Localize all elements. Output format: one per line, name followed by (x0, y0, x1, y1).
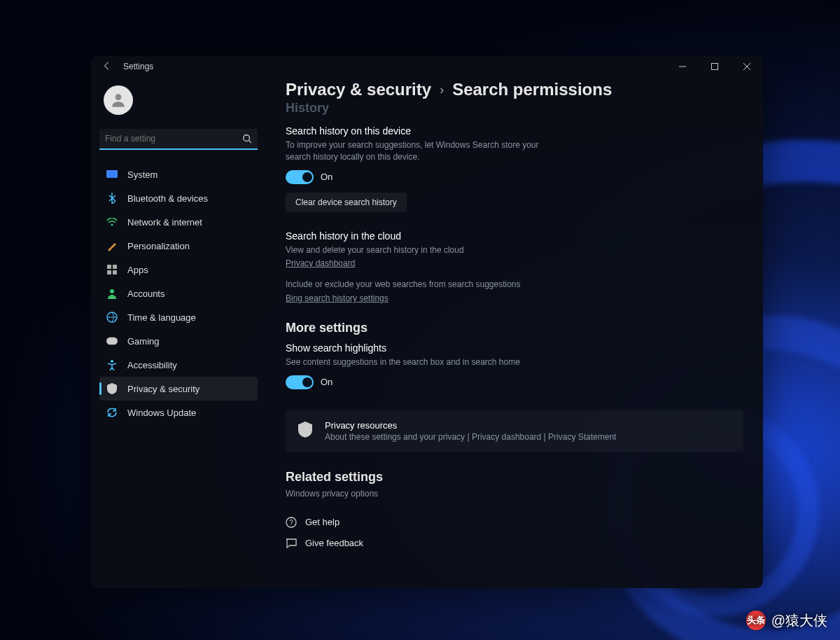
close-button[interactable] (731, 56, 763, 77)
content-area: Privacy & security › Search permissions … (266, 77, 763, 588)
sidebar-item-label: System (127, 169, 158, 180)
sidebar-item-privacy-security[interactable]: Privacy & security (99, 377, 258, 401)
sidebar-item-accounts[interactable]: Accounts (99, 281, 258, 305)
maximize-button[interactable] (699, 56, 731, 77)
avatar[interactable] (104, 85, 133, 115)
sidebar-item-bluetooth[interactable]: Bluetooth & devices (99, 186, 258, 210)
svg-point-2 (115, 94, 122, 100)
breadcrumb: Privacy & security › Search permissions (286, 80, 743, 99)
history-device-toggle[interactable] (286, 170, 314, 184)
sidebar-item-system[interactable]: System (99, 162, 258, 186)
breadcrumb-parent[interactable]: Privacy & security (286, 80, 431, 99)
history-device-title: Search history on this device (286, 125, 743, 137)
sidebar-item-label: Gaming (127, 336, 160, 347)
highlights-toggle-label: On (321, 377, 332, 387)
search-input[interactable] (105, 134, 242, 144)
history-device-toggle-label: On (321, 172, 332, 182)
sidebar-item-label: Network & internet (127, 217, 202, 228)
sidebar-item-time-language[interactable]: Time & language (99, 305, 258, 329)
svg-rect-8 (113, 265, 117, 269)
sidebar-item-apps[interactable]: Apps (99, 258, 258, 281)
settings-window: Settings System (91, 56, 763, 588)
svg-rect-9 (107, 270, 111, 274)
highlights-title: Show search highlights (286, 342, 743, 354)
clear-history-button[interactable]: Clear device search history (286, 193, 407, 212)
sidebar-item-label: Privacy & security (127, 384, 200, 394)
chevron-right-icon: › (440, 83, 444, 97)
sidebar: System Bluetooth & devices Network & int… (91, 77, 266, 588)
windows-privacy-options-link[interactable]: Windows privacy options (286, 489, 743, 499)
sidebar-item-gaming[interactable]: Gaming (99, 329, 258, 353)
back-icon[interactable] (102, 61, 112, 73)
sidebar-nav: System Bluetooth & devices Network & int… (99, 162, 258, 424)
personalization-icon (106, 240, 118, 251)
privacy-dashboard-link[interactable]: Privacy dashboard (286, 258, 355, 268)
svg-rect-1 (712, 64, 718, 70)
sidebar-item-label: Personalization (127, 241, 190, 251)
window-title: Settings (123, 62, 153, 71)
svg-point-3 (244, 135, 250, 141)
privacy-resources-title: Privacy resources (325, 420, 616, 431)
history-cloud-desc2: Include or exclude your web searches fro… (286, 279, 566, 291)
watermark-logo: 头条 (746, 611, 766, 630)
svg-point-11 (110, 289, 114, 293)
accessibility-icon (106, 359, 118, 370)
watermark: 头条 @猿大侠 (746, 611, 827, 630)
svg-point-14 (111, 360, 113, 363)
feedback-icon (286, 538, 297, 549)
sidebar-item-label: Apps (127, 265, 148, 275)
windows-update-icon (106, 407, 118, 418)
sidebar-item-label: Accessibility (127, 360, 177, 370)
svg-rect-10 (113, 270, 117, 274)
related-heading: Related settings (286, 470, 743, 485)
svg-point-6 (111, 224, 113, 226)
minimize-button[interactable] (666, 56, 699, 77)
get-help-link[interactable]: ? Get help (286, 517, 743, 528)
highlights-toggle[interactable] (286, 375, 314, 389)
titlebar: Settings (91, 56, 763, 77)
highlights-desc: See content suggestions in the search bo… (286, 356, 566, 368)
bing-history-link[interactable]: Bing search history settings (286, 293, 388, 303)
gaming-icon (106, 335, 118, 347)
privacy-security-icon (106, 383, 118, 394)
sidebar-item-label: Bluetooth & devices (127, 193, 208, 204)
system-icon (106, 169, 118, 180)
svg-line-4 (249, 141, 252, 144)
network-icon (106, 216, 118, 228)
sidebar-item-accessibility[interactable]: Accessibility (99, 353, 258, 377)
privacy-resources-subtitle: About these settings and your privacy | … (325, 432, 616, 442)
sidebar-item-personalization[interactable]: Personalization (99, 234, 258, 258)
sidebar-item-label: Accounts (127, 288, 164, 299)
privacy-resources-card[interactable]: Privacy resources About these settings a… (286, 410, 743, 452)
help-icon: ? (286, 517, 297, 528)
sidebar-item-label: Time & language (127, 312, 196, 323)
history-cloud-desc: View and delete your search history in t… (286, 244, 566, 256)
sidebar-item-windows-update[interactable]: Windows Update (99, 401, 258, 424)
svg-rect-5 (106, 170, 118, 178)
give-feedback-label: Give feedback (305, 538, 363, 548)
sidebar-item-network[interactable]: Network & internet (99, 210, 258, 234)
search-box[interactable] (99, 129, 258, 150)
svg-rect-13 (106, 338, 118, 345)
watermark-user: @猿大侠 (771, 611, 827, 630)
history-cloud-title: Search history in the cloud (286, 230, 743, 242)
accounts-icon (106, 288, 118, 299)
shield-icon (298, 422, 312, 438)
apps-icon (106, 264, 118, 275)
search-icon (242, 134, 252, 144)
more-settings-heading: More settings (286, 321, 743, 335)
time-language-icon (106, 312, 118, 323)
breadcrumb-current: Search permissions (452, 80, 612, 99)
svg-text:?: ? (289, 519, 293, 527)
bluetooth-icon (106, 193, 118, 204)
get-help-label: Get help (305, 517, 340, 527)
give-feedback-link[interactable]: Give feedback (286, 538, 743, 549)
sidebar-item-label: Windows Update (127, 408, 196, 418)
partial-heading: History (286, 101, 743, 116)
history-device-desc: To improve your search suggestions, let … (286, 139, 566, 163)
svg-rect-7 (107, 265, 111, 269)
